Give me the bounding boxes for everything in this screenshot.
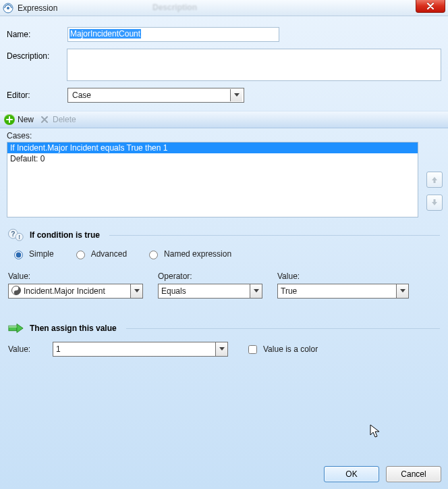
app-icon [3,3,13,14]
description-input[interactable] [67,49,441,81]
cond-value-right: True [281,286,297,296]
cases-toolbar: New Delete [0,111,448,128]
condition-section: ? ! If condition is true Simple Advanced… [0,217,448,301]
assign-value-select[interactable]: 1 [53,342,228,357]
chevron-down-icon [130,284,142,298]
cond-value-right-label: Value: [277,272,409,281]
arrow-up-icon [430,176,439,184]
question-bang-icon: ? ! [8,228,24,242]
name-input[interactable]: MajorIncidentCount [67,27,279,42]
new-label: New [18,115,34,124]
cond-value-left-select[interactable]: Incident.Major Incident [8,284,143,299]
arrow-down-icon [430,199,439,207]
title-bar: Expression Description [0,0,448,16]
cases-label: Cases: [7,131,441,140]
name-label: Name: [7,27,67,39]
svg-point-1 [7,7,9,9]
svg-rect-10 [9,326,17,328]
chevron-down-icon [230,89,242,101]
radio-simple[interactable]: Simple [11,249,54,259]
cond-operator-label: Operator: [158,272,262,281]
value-is-color-label: Value is a color [263,344,318,354]
close-icon [426,3,435,9]
condition-mode-radios: Simple Advanced Named expression [11,249,440,259]
radio-named[interactable]: Named expression [146,249,231,259]
delete-label: Delete [53,115,76,124]
cases-area: Cases: If Incident.Major Incident equals… [0,128,448,217]
yinyang-icon [11,286,21,297]
assign-title: Then assign this value [30,324,117,333]
radio-advanced[interactable]: Advanced [73,249,127,259]
chevron-down-icon [215,342,227,356]
radio-named-input[interactable] [149,251,158,259]
move-down-button[interactable] [426,195,443,211]
case-row[interactable]: Default: 0 [7,153,418,164]
cases-list[interactable]: If Incident.Major Incident equals True t… [7,142,418,217]
cond-value-right-select[interactable]: True [277,284,409,299]
x-icon [39,114,50,125]
new-button[interactable]: New [4,114,34,125]
svg-point-8 [16,292,17,293]
divider [109,235,440,236]
cond-operator: Equals [161,286,186,296]
assign-value-label: Value: [8,344,46,354]
case-row[interactable]: If Incident.Major Incident equals True t… [7,143,418,153]
chevron-down-icon [396,284,408,298]
ok-button[interactable]: OK [324,466,379,482]
mouse-cursor [370,424,382,441]
radio-simple-input[interactable] [14,251,23,259]
value-is-color-input[interactable] [248,345,257,354]
assign-value: 1 [56,344,61,354]
chevron-down-icon [250,284,262,298]
form-area: Name: MajorIncidentCount Description: Ed… [0,16,448,111]
description-label: Description: [7,49,67,61]
radio-advanced-input[interactable] [76,251,85,259]
close-button[interactable] [416,0,445,13]
move-up-button[interactable] [426,172,443,188]
delete-button[interactable]: Delete [39,114,76,125]
condition-title: If condition is true [30,230,100,240]
assign-section: Then assign this value Value: 1 Value is… [0,301,448,359]
divider [126,328,440,329]
cancel-button[interactable]: Cancel [386,466,441,482]
svg-text:!: ! [18,234,20,240]
name-value: MajorIncidentCount [69,29,141,38]
dialog-footer: OK Cancel [0,459,448,489]
editor-value: Case [72,91,91,100]
green-arrow-icon [8,321,24,335]
plus-icon [4,114,15,125]
cond-operator-select[interactable]: Equals [158,284,262,299]
svg-point-7 [16,287,17,288]
editor-label: Editor: [7,88,67,100]
cond-value-left-label: Value: [8,272,143,281]
editor-select[interactable]: Case [67,88,244,103]
window-title: Expression [18,3,445,13]
svg-text:?: ? [11,230,15,238]
cond-value-left: Incident.Major Incident [24,286,105,296]
value-is-color-checkbox[interactable]: Value is a color [246,343,318,356]
header-ghost-text: Description [152,3,197,12]
